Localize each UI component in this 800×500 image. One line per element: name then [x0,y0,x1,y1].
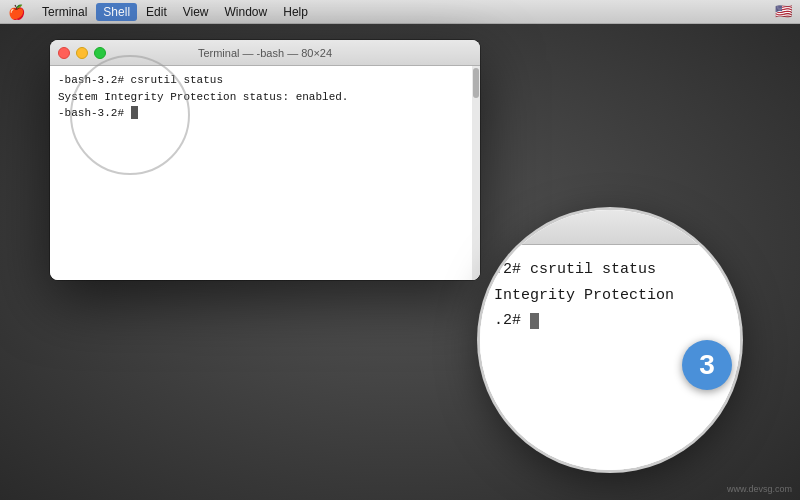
cursor [131,106,138,119]
watermark: www.devsg.com [727,484,792,494]
close-button[interactable] [58,47,70,59]
step-badge: 3 [682,340,732,390]
terminal-line-1: -bash-3.2# csrutil status [58,72,472,89]
badge-number: 3 [699,349,715,381]
magnifier-cursor [530,313,539,329]
terminal-line-2: System Integrity Protection status: enab… [58,89,472,106]
menu-item-edit[interactable]: Edit [139,3,174,21]
scrollbar-thumb [473,68,479,98]
menu-bar: 🍎 Terminal Shell Edit View Window Help 🇺… [0,0,800,24]
traffic-lights [58,47,106,59]
terminal-scrollbar[interactable] [472,66,480,280]
magnifier-line-2: Integrity Protection [494,283,726,309]
flag-icon: 🇺🇸 [775,3,792,19]
menu-item-help[interactable]: Help [276,3,315,21]
menu-item-shell[interactable]: Shell [96,3,137,21]
menu-item-view[interactable]: View [176,3,216,21]
magnifier-line-3: .2# [494,308,726,334]
terminal-window: Terminal — -bash — 80×24 -bash-3.2# csru… [50,40,480,280]
minimize-button[interactable] [76,47,88,59]
terminal-body[interactable]: -bash-3.2# csrutil status System Integri… [50,66,480,280]
magnifier-line-1: .2# csrutil status [494,257,726,283]
window-title: Terminal — -bash — 80×24 [198,47,332,59]
terminal-line-3: -bash-3.2# [58,105,472,122]
title-bar: Terminal — -bash — 80×24 [50,40,480,66]
maximize-button[interactable] [94,47,106,59]
menu-item-window[interactable]: Window [218,3,275,21]
apple-logo[interactable]: 🍎 [8,4,25,20]
menu-item-terminal[interactable]: Terminal [35,3,94,21]
magnifier-titlebar [480,210,740,245]
